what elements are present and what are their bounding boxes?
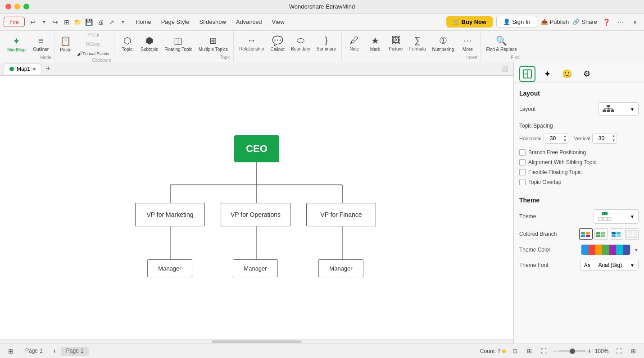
map1-tab[interactable]: Map1 [4, 64, 41, 74]
layout-dropdown[interactable]: ▼ [598, 102, 639, 116]
note-button[interactable]: 🖊 Note [345, 33, 364, 53]
share-button[interactable]: 🔗 Share [572, 18, 597, 25]
sidebar-toggle-button[interactable]: ⊞ [5, 346, 16, 357]
flexible-floating-checkbox[interactable] [519, 169, 526, 175]
file-menu[interactable]: File [4, 17, 25, 27]
branch-free-checkbox[interactable] [519, 149, 526, 156]
export-dropdown[interactable]: ▼ [118, 17, 128, 28]
help-button[interactable]: ❓ [601, 17, 612, 28]
callout-button[interactable]: 💬 Callout [268, 33, 287, 54]
style-panel-tab[interactable]: ✦ [539, 66, 555, 82]
undo-button[interactable]: ↩ [27, 17, 38, 28]
vertical-up[interactable]: ▲ [611, 134, 617, 138]
ceo-node[interactable]: CEO [234, 135, 279, 162]
zoom-out-button[interactable]: − [553, 347, 557, 355]
zoom-in-button[interactable]: + [588, 347, 592, 355]
expand-view-button[interactable]: ⛶ [613, 346, 624, 357]
find-replace-button[interactable]: 🔍 Find & Replace [483, 33, 519, 54]
copy-button[interactable]: ⎘ Copy [75, 40, 112, 48]
undo-dropdown[interactable]: ▼ [39, 17, 50, 28]
more-button[interactable]: ⋯ More [458, 33, 477, 54]
settings-panel-tab[interactable]: ⚙ [579, 66, 595, 82]
topic-overlap-checkbox[interactable] [519, 179, 526, 185]
theme-color-chevron[interactable]: ▼ [634, 248, 639, 252]
multiple-topics-button[interactable]: ⊞ Multiple Topics [196, 33, 231, 54]
view-menu[interactable]: View [268, 17, 289, 27]
colored-branch-option-4[interactable] [625, 228, 639, 240]
buy-now-button[interactable]: 🛒 Buy Now [446, 16, 493, 28]
theme-dropdown[interactable]: ▼ [594, 209, 639, 224]
formula-button[interactable]: ∑ Formula [407, 33, 429, 53]
numbering-button[interactable]: ① Numbering [429, 33, 457, 54]
close-button[interactable] [5, 4, 11, 9]
manager-node-1[interactable]: Manager [147, 259, 192, 277]
maximize-button[interactable] [23, 4, 29, 9]
vp-operations-node[interactable]: VP for Operations [221, 203, 290, 226]
minimize-button[interactable] [14, 4, 20, 9]
slideshow-menu[interactable]: Slideshow [195, 17, 231, 27]
fullscreen-button[interactable]: ⛶ [538, 346, 549, 357]
collapse-button[interactable]: ∧ [630, 17, 640, 28]
paste-button[interactable]: 📋 Paste [57, 34, 74, 54]
vp-finance-node[interactable]: VP for Finance [306, 203, 376, 226]
emoji-panel-tab[interactable]: 🙂 [559, 66, 575, 82]
outliner-button[interactable]: ≡ Outliner [30, 34, 51, 54]
horizontal-down[interactable]: ▼ [562, 138, 568, 143]
advanced-menu[interactable]: Advanced [231, 17, 267, 27]
new-tab-button[interactable]: ⊞ [61, 17, 72, 28]
vertical-down[interactable]: ▼ [611, 138, 617, 143]
vp-marketing-node[interactable]: VP for Marketing [135, 203, 205, 226]
subtopic-button[interactable]: ⬢ Subtopic [138, 33, 161, 54]
add-page-button[interactable]: + [50, 347, 59, 356]
page-tab-active[interactable]: Page-1 [61, 347, 89, 356]
alignment-sibling-checkbox[interactable] [519, 159, 526, 165]
horizontal-number-input[interactable]: ▲ ▼ [544, 133, 569, 144]
layout-panel-tab[interactable] [519, 66, 535, 82]
redo-button[interactable]: ↪ [50, 17, 61, 28]
vertical-value[interactable] [593, 133, 611, 143]
manager-node-3[interactable]: Manager [318, 259, 363, 277]
horizontal-up[interactable]: ▲ [562, 134, 568, 138]
theme-font-dropdown[interactable]: Aa Arial (Big) ▼ [580, 260, 639, 271]
colored-branch-option-3[interactable] [610, 228, 623, 240]
fit-button[interactable]: ⊞ [524, 346, 535, 357]
publish-button[interactable]: 📤 Publish [541, 18, 569, 25]
save-button[interactable]: 💾 [84, 17, 95, 28]
canvas[interactable]: Map1 + ⬜ [0, 62, 513, 344]
panel-toggle-button[interactable]: ⬜ [499, 64, 510, 74]
window-controls[interactable] [5, 4, 29, 9]
vertical-arrows[interactable]: ▲ ▼ [611, 134, 617, 143]
grid-view-button[interactable]: ⊞ [628, 346, 639, 357]
zoom-slider[interactable] [559, 350, 586, 352]
theme-color-swatch[interactable] [581, 244, 630, 255]
export-button[interactable]: ↗ [106, 17, 117, 28]
page-tab-inactive[interactable]: Page-1 [20, 347, 48, 356]
print-button[interactable]: 🖨 [95, 17, 106, 28]
open-button[interactable]: 📁 [73, 17, 83, 28]
topic-button[interactable]: ⬡ Topic [117, 33, 137, 54]
colored-branch-option-1[interactable] [579, 228, 593, 240]
summary-button[interactable]: } Summary [314, 33, 339, 53]
sign-in-button[interactable]: 👤 Sign In [496, 16, 537, 28]
format-painter-button[interactable]: 🖌 Format Painter [75, 49, 112, 58]
mindmap-button[interactable]: ✦ MindMap [5, 34, 28, 54]
scrollbar-thumb[interactable] [212, 340, 302, 343]
view-toggle-button[interactable]: ⊡ [509, 346, 520, 357]
picture-button[interactable]: 🖼 Picture [386, 33, 406, 53]
horizontal-value[interactable] [544, 133, 562, 143]
boundary-button[interactable]: ⬭ Boundary [288, 33, 313, 53]
vertical-number-input[interactable]: ▲ ▼ [592, 133, 617, 144]
mark-button[interactable]: ★ Mark [365, 33, 385, 54]
cut-button[interactable]: ✂ Cut [75, 30, 112, 39]
add-tab-button[interactable]: + [43, 64, 53, 74]
page-style-menu[interactable]: Page Style [157, 17, 194, 27]
home-menu[interactable]: Home [131, 17, 156, 27]
horizontal-scrollbar[interactable] [0, 339, 513, 344]
floating-topic-button[interactable]: ◫ Floating Topic [162, 33, 195, 54]
horizontal-arrows[interactable]: ▲ ▼ [562, 134, 568, 143]
user-icon: 👤 [503, 18, 510, 25]
manager-node-2[interactable]: Manager [233, 259, 278, 277]
colored-branch-option-2[interactable] [594, 228, 608, 240]
relationship-button[interactable]: ↔ Relationship [236, 33, 267, 53]
settings-button[interactable]: ⋯ [615, 17, 626, 28]
